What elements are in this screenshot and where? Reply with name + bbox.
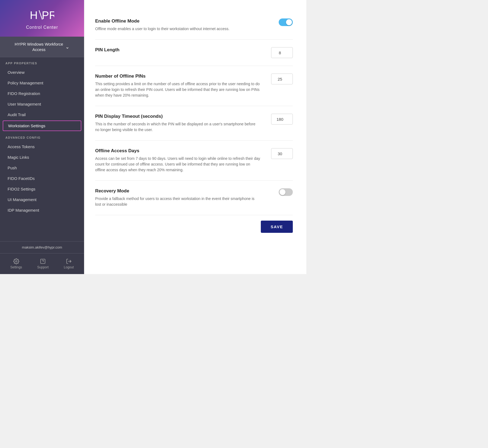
sidebar-item-fido2-settings[interactable]: FIDO2 Settings [0, 184, 84, 194]
setting-pin-display-timeout: PIN Display Timeout (seconds) This is th… [95, 106, 293, 141]
logout-button[interactable]: Logout [60, 257, 77, 271]
sidebar-item-policy-management[interactable]: Policy Management [0, 78, 84, 88]
setting-title-recovery-mode: Recovery Mode [95, 188, 260, 194]
setting-title-number-of-offline-pins: Number of Offline PINs [95, 74, 260, 79]
input-offline-access-days[interactable] [271, 148, 293, 159]
sidebar-item-magic-links[interactable]: Magic Links [0, 152, 84, 163]
main-content: Enable Offline Mode Offline mode enables… [84, 0, 306, 274]
sidebar-item-idp-management[interactable]: IDP Management [0, 205, 84, 215]
hypr-logo: H PR [30, 8, 54, 22]
toggle-recovery-mode[interactable] [279, 188, 293, 196]
toggle-knob-enable-offline-mode [286, 19, 292, 25]
setting-recovery-mode: Recovery Mode Provide a fallback method … [95, 181, 293, 215]
question-icon [40, 258, 46, 264]
section-label-advanced-config: ADVANCED CONFIG [0, 132, 84, 141]
input-pin-display-timeout[interactable] [271, 114, 293, 125]
footer-actions: Settings Support Logout [0, 253, 84, 274]
svg-point-3 [15, 260, 17, 262]
setting-title-enable-offline-mode: Enable Offline Mode [95, 18, 260, 24]
svg-rect-4 [41, 259, 45, 264]
save-button[interactable]: SAVE [261, 221, 293, 233]
sidebar-item-push[interactable]: Push [0, 163, 84, 173]
input-number-of-offline-pins[interactable] [271, 74, 293, 84]
sidebar-item-overview[interactable]: Overview [0, 67, 84, 78]
sidebar-item-ui-management[interactable]: UI Management [0, 194, 84, 205]
toggle-knob-recovery-mode [280, 189, 285, 195]
sidebar: H PR Control Center HYPR Windows Workfor… [0, 0, 84, 274]
sidebar-item-fido-registration[interactable]: FIDO Registration [0, 88, 84, 99]
svg-text:H: H [30, 9, 38, 21]
gear-icon [13, 258, 19, 264]
logout-icon [66, 258, 72, 264]
setting-enable-offline-mode: Enable Offline Mode Offline mode enables… [95, 11, 293, 40]
sidebar-item-access-tokens[interactable]: Access Tokens [0, 141, 84, 152]
input-pin-length[interactable] [271, 47, 293, 58]
setting-number-of-offline-pins: Number of Offline PINs This setting prov… [95, 66, 293, 106]
control-center-label: Control Center [26, 25, 58, 30]
support-button[interactable]: Support [34, 257, 52, 271]
user-email: maksim.akifev@hypr.com [0, 242, 84, 253]
save-section: SAVE [95, 215, 293, 233]
settings-label: Settings [10, 265, 22, 269]
setting-title-pin-display-timeout: PIN Display Timeout (seconds) [95, 114, 260, 119]
setting-desc-number-of-offline-pins: This setting provides a limit on the num… [95, 81, 260, 98]
settings-button[interactable]: Settings [7, 257, 25, 271]
setting-desc-offline-access-days: Access can be set from 7 days to 90 days… [95, 156, 260, 173]
chevron-down-icon: ⌄ [65, 44, 69, 50]
setting-title-offline-access-days: Offline Access Days [95, 148, 260, 154]
setting-desc-enable-offline-mode: Offline mode enables a user to login to … [95, 26, 260, 32]
sidebar-item-fido-facetids[interactable]: FIDO FacetIDs [0, 173, 84, 184]
sidebar-footer: maksim.akifev@hypr.com Settings Support [0, 241, 84, 274]
toggle-enable-offline-mode[interactable] [279, 18, 293, 26]
sidebar-header: H PR Control Center [0, 0, 84, 37]
section-label-app-properties: APP PROPERTIES [0, 57, 84, 67]
setting-offline-access-days: Offline Access Days Access can be set fr… [95, 141, 293, 181]
setting-desc-recovery-mode: Provide a fallback method for users to a… [95, 196, 260, 207]
sidebar-nav: APP PROPERTIES Overview Policy Managemen… [0, 57, 84, 215]
app-selector-text: HYPR Windows WorkforceAccess [15, 42, 63, 52]
sidebar-item-audit-trail[interactable]: Audit Trail [0, 109, 84, 120]
sidebar-item-user-management[interactable]: User Management [0, 99, 84, 109]
svg-text:PR: PR [42, 9, 54, 21]
setting-desc-pin-display-timeout: This is the number of seconds in which t… [95, 121, 260, 133]
setting-title-pin-length: PIN Length [95, 47, 260, 53]
logout-label: Logout [64, 265, 74, 269]
setting-pin-length: PIN Length [95, 40, 293, 66]
app-selector[interactable]: HYPR Windows WorkforceAccess ⌄ [0, 37, 84, 57]
support-label: Support [37, 265, 49, 269]
sidebar-item-workstation-settings[interactable]: Workstation Settings [3, 120, 81, 131]
